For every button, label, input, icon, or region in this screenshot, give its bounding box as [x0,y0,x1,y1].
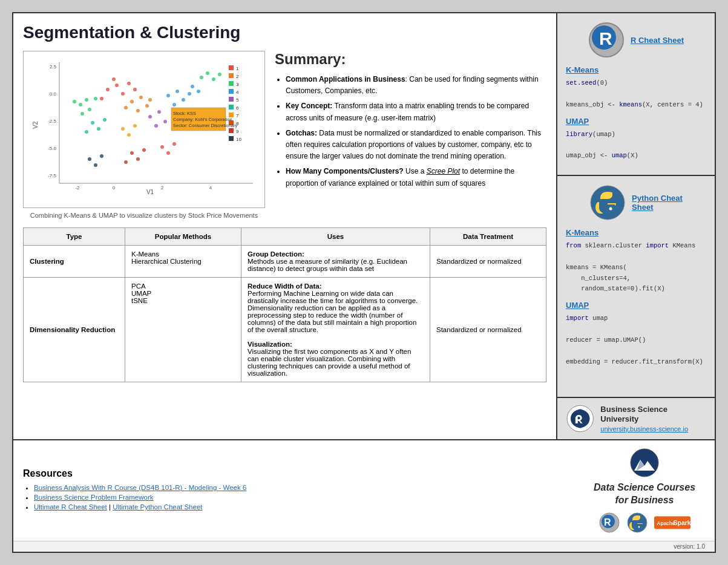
resource-item-2: Business Science Problem Framework [34,494,572,501]
svg-point-44 [148,98,152,102]
python-icon [626,512,648,534]
svg-point-36 [100,97,103,100]
svg-point-77 [88,157,91,161]
svg-text:V2: V2 [32,121,39,129]
svg-point-75 [142,148,146,152]
r-logo-area: R R Cheat Sheet [566,22,706,58]
resource-link-2[interactable]: Business Science Problem Framework [34,494,154,501]
r-icon: R [598,512,620,534]
svg-point-63 [91,121,94,125]
r-kmeans-code: set.seed(0) kmeans_obj <- kmeans(X, cent… [566,78,706,111]
svg-point-86 [218,73,221,76]
treatment-cell-dimred: Standardized or normalized [430,278,546,382]
svg-text:Apache: Apache [657,521,675,526]
svg-text:9: 9 [236,129,239,134]
r-cheat-sheet-link[interactable]: R Cheat Sheet [631,36,684,45]
ds-courses-logo [629,448,660,478]
svg-text:-7.5: -7.5 [48,173,56,178]
svg-point-69 [133,124,137,128]
chart-box: V2 V1 2.5 0.0 -2.5 -5.0 -7.5 -2 0 [23,51,265,208]
svg-point-58 [197,90,200,93]
scatter-chart: V2 V1 2.5 0.0 -2.5 -5.0 -7.5 -2 0 [28,56,260,201]
r-kmeans-heading: K-Means [566,65,706,74]
resources-center: Data Science Coursesfor Business R [584,448,705,534]
svg-rect-23 [229,105,234,109]
svg-point-67 [121,127,125,131]
resources-section: Resources Business Analysis With R Cours… [13,439,715,541]
resources-title: Resources [23,468,572,479]
resource-item-1: Business Analysis With R Course (DS4B 10… [34,484,572,491]
svg-text:10: 10 [236,137,241,142]
python-cheat-sheet-link[interactable]: Python CheatSheet [632,194,683,212]
table-row: Clustering K-MeansHierarchical Clusterin… [24,246,546,278]
resource-link-3[interactable]: Ultimate R Cheat Sheet [34,503,107,511]
bsu-text-area: Business Science University university.b… [600,405,706,434]
summary-bullet-2: Key Concept: Transform data into a matri… [286,100,546,123]
svg-point-105 [635,518,637,520]
bottom-bar: version: 1.0 [13,541,715,552]
summary-bullet-1: Common Applications in Business: Can be … [286,74,546,97]
svg-point-106 [638,526,640,528]
resources-left: Resources Business Analysis With R Cours… [23,468,572,513]
chart-container: V2 V1 2.5 0.0 -2.5 -5.0 -7.5 -2 0 [23,51,265,219]
svg-point-61 [163,120,167,123]
svg-point-98 [631,449,658,477]
r-umap-code: library(umap) umap_obj <- umap(X) [566,129,706,162]
svg-point-81 [166,151,170,155]
bsu-org-name: Business Science University [600,405,706,425]
svg-point-96 [609,207,612,211]
svg-text:-2: -2 [75,185,80,191]
svg-point-45 [124,106,128,109]
svg-text:4: 4 [236,90,239,95]
svg-point-74 [136,157,140,161]
type-cell-dimred: Dimensionality Reduction [24,278,125,382]
svg-point-62 [154,124,158,128]
bsu-url-link[interactable]: university.business-science.io [600,425,688,433]
r-logo: R [588,22,625,58]
right-footer: Business Science University university.b… [557,397,715,439]
python-umap-code: import umap reducer = umap.UMAP() embedd… [566,313,706,367]
svg-rect-17 [229,81,234,86]
col-methods: Popular Methods [125,228,241,246]
r-umap-heading: UMAP [566,117,706,126]
svg-text:R: R [599,28,612,48]
summary-title: Summary: [275,51,546,68]
svg-point-73 [130,151,134,155]
svg-text:1: 1 [236,66,239,71]
svg-point-37 [127,82,131,85]
svg-text:2.5: 2.5 [50,64,57,70]
ds-courses-title: Data Science Coursesfor Business [584,482,705,507]
svg-point-47 [85,98,88,102]
python-kmeans-heading: K-Means [566,228,706,237]
svg-point-57 [191,85,194,88]
resource-link-1[interactable]: Business Analysis With R Course (DS4B 10… [34,484,246,491]
svg-point-83 [200,76,203,79]
left-panel: Segmentation & Clustering V2 V1 [13,13,557,439]
svg-point-42 [145,104,149,108]
python-logo [589,185,626,221]
version-text: version: 1.0 [674,543,705,550]
spark-icon: Apache Spark [654,514,690,531]
svg-point-55 [172,103,176,106]
col-type: Type [24,228,125,246]
svg-text:7: 7 [236,113,239,119]
main-content: Segmentation & Clustering V2 V1 [13,13,715,439]
svg-text:5: 5 [236,97,239,103]
svg-rect-15 [229,73,234,78]
svg-point-43 [136,109,140,113]
top-section: V2 V1 2.5 0.0 -2.5 -5.0 -7.5 -2 0 [23,51,546,219]
python-section: Python CheatSheet K-Means from sklearn.c… [557,176,715,397]
svg-point-76 [124,160,128,164]
svg-text:Stock: KSS: Stock: KSS [173,111,196,116]
col-treatment: Data Treatment [430,228,546,246]
svg-point-64 [97,127,100,131]
resource-link-4[interactable]: Ultimate Python Cheat Sheet [113,503,202,511]
svg-point-52 [166,94,170,97]
svg-point-66 [85,130,88,134]
data-table: Type Popular Methods Uses Data Treatment… [23,227,546,382]
summary-bullet-3: Gotchas: Data must be normalized or stan… [286,128,546,163]
svg-point-48 [88,108,91,111]
methods-cell-clustering: K-MeansHierarchical Clustering [125,246,241,278]
table-header-row: Type Popular Methods Uses Data Treatment [24,228,546,246]
svg-rect-19 [229,89,234,94]
